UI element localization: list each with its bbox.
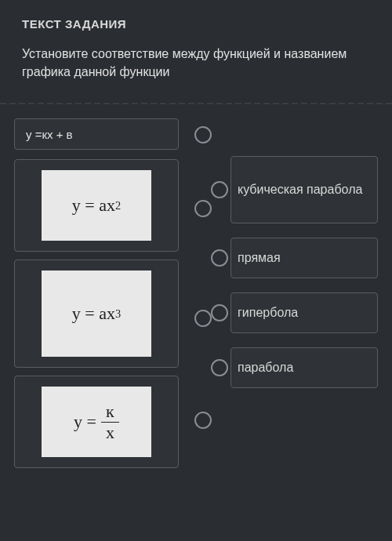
left-radio-column (194, 118, 215, 468)
formula-base: y = ax (72, 303, 115, 324)
divider (0, 103, 392, 104)
radio-left-1[interactable] (194, 126, 212, 143)
formula-sup: 3 (115, 307, 121, 321)
formula-base: y = ax (72, 195, 115, 216)
answer-label: прямая (238, 251, 281, 265)
answer-line[interactable]: прямая (230, 238, 378, 278)
answer-hyperbola[interactable]: гипербола (230, 292, 378, 333)
answer-cubic-parabola[interactable]: кубическая парабола (230, 156, 378, 223)
function-linear[interactable]: y =кx + в (14, 118, 179, 150)
task-instruction: Установите соответствие между функцией и… (22, 45, 370, 81)
function-hyperbola[interactable]: y = к x (14, 376, 179, 468)
right-column: кубическая парабола прямая гипербола пар… (230, 156, 378, 468)
function-label: y =кx + в (26, 128, 73, 141)
fraction: к x (101, 403, 119, 441)
radio-left-2[interactable] (194, 200, 212, 217)
answer-label: парабола (238, 361, 293, 375)
formula-prefix: y = (74, 412, 96, 432)
numerator: к (101, 403, 119, 423)
formula-sup: 2 (115, 199, 121, 212)
formula-box: y = ax2 (42, 170, 151, 241)
answer-label: кубическая парабола (238, 183, 362, 197)
formula-box: y = ax3 (42, 270, 151, 357)
radio-left-4[interactable] (194, 412, 212, 429)
matching-area: y =кx + в y = ax2 y = ax3 y = к x (0, 118, 392, 468)
left-column: y =кx + в y = ax2 y = ax3 y = к x (14, 118, 179, 468)
task-header: ТЕКСТ ЗАДАНИЯ Установите соответствие ме… (0, 0, 392, 92)
formula-box: y = к x (42, 387, 151, 457)
task-title: ТЕКСТ ЗАДАНИЯ (22, 17, 370, 31)
radio-left-3[interactable] (194, 310, 212, 327)
function-quadratic[interactable]: y = ax2 (14, 159, 179, 252)
answer-parabola[interactable]: парабола (230, 347, 378, 388)
answer-label: гипербола (238, 306, 298, 320)
denominator: x (101, 423, 119, 441)
function-cubic[interactable]: y = ax3 (14, 260, 179, 368)
